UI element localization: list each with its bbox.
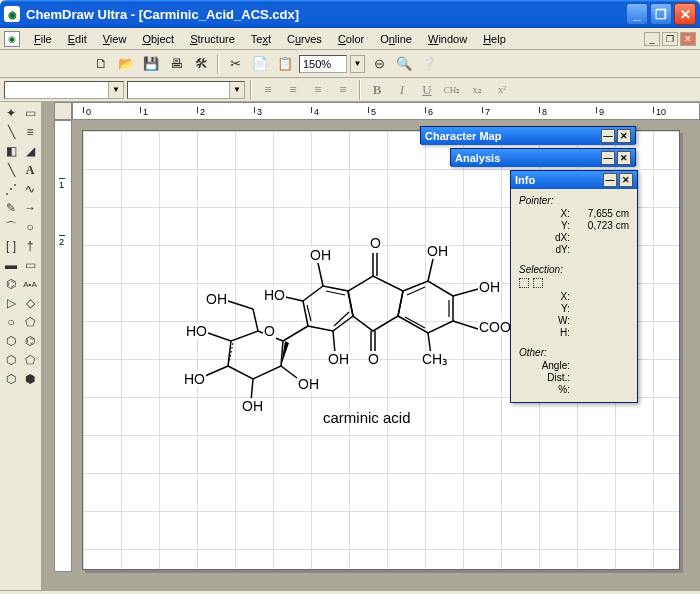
formula-button[interactable]: CH₂ bbox=[441, 80, 463, 100]
panel-collapse-button[interactable]: — bbox=[601, 151, 615, 165]
ruler-tick: 2 bbox=[197, 107, 205, 113]
mdi-close[interactable]: ✕ bbox=[680, 32, 696, 46]
menu-object[interactable]: Object bbox=[134, 31, 182, 47]
highlight-tool[interactable]: ▬ bbox=[2, 256, 20, 274]
panel-close-button[interactable]: ✕ bbox=[617, 151, 631, 165]
bracket-tool[interactable]: [ ] bbox=[2, 237, 20, 255]
menu-file[interactable]: File bbox=[26, 31, 60, 47]
font-combo[interactable]: ▼ bbox=[4, 81, 124, 99]
menu-color[interactable]: Color bbox=[330, 31, 372, 47]
print-button[interactable]: 🖶 bbox=[165, 53, 187, 75]
paste-button[interactable]: 📋 bbox=[274, 53, 296, 75]
menu-help[interactable]: Help bbox=[475, 31, 514, 47]
justify-button[interactable]: ≡ bbox=[332, 80, 354, 100]
align-left-button[interactable]: ≡ bbox=[257, 80, 279, 100]
info-y-value: 0,723 cm bbox=[574, 220, 629, 231]
italic-button[interactable]: I bbox=[391, 80, 413, 100]
single-bond-tool[interactable]: ╲ bbox=[2, 161, 20, 179]
zoom-field[interactable]: 150% bbox=[299, 55, 347, 73]
window-titlebar: ◉ ChemDraw Ultra - [Carminic_Acid_ACS.cd… bbox=[0, 0, 700, 28]
arc-tool[interactable]: ⌒ bbox=[2, 218, 20, 236]
menu-text[interactable]: Text bbox=[243, 31, 279, 47]
panel-collapse-button[interactable]: — bbox=[601, 129, 615, 143]
label-tool[interactable]: ▭ bbox=[21, 256, 39, 274]
dash-bond-tool[interactable]: ⋰ bbox=[2, 180, 20, 198]
info-sel-y-value bbox=[574, 303, 629, 314]
symbol-tool[interactable]: † bbox=[21, 237, 39, 255]
menu-curves[interactable]: Curves bbox=[279, 31, 330, 47]
info-w-value bbox=[574, 315, 629, 326]
benzene-tool[interactable]: ⌬ bbox=[21, 332, 39, 350]
underline-button[interactable]: U bbox=[416, 80, 438, 100]
menubar: ◉ File Edit View Object Structure Text C… bbox=[0, 28, 700, 50]
lasso-tool[interactable]: ✦ bbox=[2, 104, 20, 122]
character-map-panel[interactable]: Character Map — ✕ bbox=[420, 126, 636, 144]
svg-line-13 bbox=[318, 263, 323, 286]
eraser-tool[interactable]: ◧ bbox=[2, 142, 20, 160]
cyclopentane-tool[interactable]: ⬠ bbox=[21, 351, 39, 369]
panel-collapse-button[interactable]: — bbox=[603, 173, 617, 187]
align-center-button[interactable]: ≡ bbox=[282, 80, 304, 100]
hexagon-tool[interactable]: ⬡ bbox=[2, 332, 20, 350]
subscript-button[interactable]: x₂ bbox=[466, 80, 488, 100]
chevron-down-icon[interactable]: ▼ bbox=[229, 82, 244, 98]
info-panel[interactable]: Info — ✕ Pointer: X:7,655 cm Y:0,723 cm … bbox=[510, 170, 638, 403]
multibond-tool[interactable]: ≡ bbox=[21, 123, 39, 141]
zoom-in-button[interactable]: 🔍 bbox=[393, 53, 415, 75]
menu-view[interactable]: View bbox=[95, 31, 135, 47]
arrow-tool[interactable]: → bbox=[21, 199, 39, 217]
svg-line-20 bbox=[283, 326, 308, 341]
pen-tool[interactable]: ✎ bbox=[2, 199, 20, 217]
svg-line-18 bbox=[453, 321, 478, 329]
help-button[interactable]: ❔ bbox=[418, 53, 440, 75]
molecule-structure[interactable]: O O O OH OH OH OH OH OH HO OH HO HO COOH… bbox=[113, 191, 543, 431]
save-button[interactable]: 💾 bbox=[140, 53, 162, 75]
chevron-down-icon[interactable]: ▼ bbox=[108, 82, 123, 98]
canvas-area: 0 1 2 3 4 5 6 7 8 9 10 1 2 bbox=[42, 102, 700, 590]
info-pointer-section: Pointer: bbox=[519, 195, 629, 206]
circle-tool[interactable]: ○ bbox=[2, 313, 20, 331]
ruler-corner bbox=[54, 102, 72, 120]
analysis-panel[interactable]: Analysis — ✕ bbox=[450, 148, 636, 166]
mdi-restore[interactable]: ❐ bbox=[662, 32, 678, 46]
open-button[interactable]: 📂 bbox=[115, 53, 137, 75]
minimize-button[interactable]: _ bbox=[626, 3, 648, 25]
align-right-button[interactable]: ≡ bbox=[307, 80, 329, 100]
orbital-tool[interactable]: ○ bbox=[21, 218, 39, 236]
marquee-tool[interactable]: ▭ bbox=[21, 104, 39, 122]
text-tool[interactable]: A bbox=[21, 161, 39, 179]
template-tool[interactable]: A•A bbox=[21, 275, 39, 293]
cyclohexane-tool[interactable]: ⬡ bbox=[2, 351, 20, 369]
triangle-tool[interactable]: ▷ bbox=[2, 294, 20, 312]
cut-button[interactable]: ✂ bbox=[224, 53, 246, 75]
copy-button[interactable]: 📄 bbox=[249, 53, 271, 75]
atom-ho: OH bbox=[205, 291, 228, 307]
menu-structure[interactable]: Structure bbox=[182, 31, 243, 47]
bond-tool[interactable]: ╲ bbox=[2, 123, 20, 141]
superscript-button[interactable]: x² bbox=[491, 80, 513, 100]
chain-tool[interactable]: ∿ bbox=[21, 180, 39, 198]
menu-edit[interactable]: Edit bbox=[60, 31, 95, 47]
mdi-minimize[interactable]: _ bbox=[644, 32, 660, 46]
query-tool[interactable]: ⌬ bbox=[2, 275, 20, 293]
wedge-tool[interactable]: ◢ bbox=[21, 142, 39, 160]
zoom-dropdown[interactable]: ▼ bbox=[350, 55, 365, 73]
bold-button[interactable]: B bbox=[366, 80, 388, 100]
heptagon-tool[interactable]: ⬡ bbox=[2, 370, 20, 388]
tools-button[interactable]: 🛠 bbox=[190, 53, 212, 75]
zoom-out-button[interactable]: ⊖ bbox=[368, 53, 390, 75]
square-tool[interactable]: ◇ bbox=[21, 294, 39, 312]
panel-close-button[interactable]: ✕ bbox=[617, 129, 631, 143]
maximize-button[interactable]: ❐ bbox=[650, 3, 672, 25]
panel-close-button[interactable]: ✕ bbox=[619, 173, 633, 187]
style-combo[interactable]: ▼ bbox=[127, 81, 245, 99]
molecule-svg bbox=[113, 191, 543, 431]
new-button[interactable]: 🗋 bbox=[90, 53, 112, 75]
menu-online[interactable]: Online bbox=[372, 31, 420, 47]
pentagon-tool[interactable]: ⬠ bbox=[21, 313, 39, 331]
standard-toolbar: 🗋 📂 💾 🖶 🛠 ✂ 📄 📋 150% ▼ ⊖ 🔍 ❔ bbox=[0, 50, 700, 78]
menu-window[interactable]: Window bbox=[420, 31, 475, 47]
octagon-tool[interactable]: ⬢ bbox=[21, 370, 39, 388]
mdi-doc-icon[interactable]: ◉ bbox=[4, 31, 20, 47]
close-button[interactable]: ✕ bbox=[674, 3, 696, 25]
